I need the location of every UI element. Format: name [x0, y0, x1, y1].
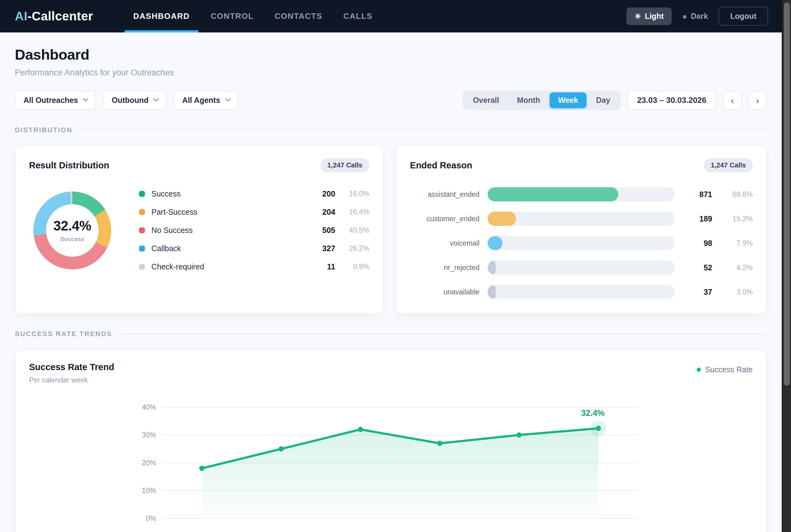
brand-logo[interactable]: AI-Callcenter	[15, 9, 93, 23]
filter-right: OverallMonthWeekDay 23.03 – 30.03.2026 ‹…	[463, 91, 767, 110]
reason-percent: 15.2%	[720, 215, 753, 223]
section-trends-label: SUCCESS RATE TRENDS	[15, 330, 112, 338]
legend-item: Check-required110.9%	[139, 258, 369, 276]
success-rate-trend-card: Success Rate Trend Per calendar week Suc…	[15, 349, 767, 532]
legend-label: No Success	[151, 226, 301, 235]
theme-dark-button[interactable]: ● Dark	[682, 12, 708, 21]
dropdown-label: Outbound	[112, 96, 148, 105]
trend-title: Success Rate Trend	[29, 362, 114, 372]
trend-chart: 0%10%20%30%40%KW03KW04KW05KW07KW09KW1032…	[131, 395, 651, 532]
filter-row: All OutreachesOutboundAll Agents Overall…	[15, 91, 767, 110]
scrollbar-thumb[interactable]	[784, 2, 790, 385]
ended-reason-card: Ended Reason 1,247 Calls assistant_ended…	[396, 145, 767, 314]
ended-reason-bars: assistant_ended87169.8%customer_ended189…	[410, 187, 753, 299]
section-rule	[80, 130, 767, 130]
legend-value: 505	[301, 226, 335, 235]
chevron-down-icon	[83, 96, 88, 101]
donut-chart: 32.4% Success	[33, 192, 111, 269]
dropdown-label: All Agents	[182, 96, 220, 105]
trend-last-value-label: 32.4%	[581, 408, 605, 418]
next-period-button[interactable]: ›	[748, 91, 767, 110]
reason-value: 37	[683, 288, 712, 297]
reason-row: assistant_ended87169.8%	[410, 187, 753, 202]
donut-legend: Success20016.0%Part-Success20416.4%No Su…	[139, 185, 369, 276]
reason-label: customer_ended	[410, 215, 479, 223]
reason-percent: 7.9%	[720, 239, 753, 247]
reason-row: unavailable373.0%	[410, 285, 753, 299]
result-distribution-body: 32.4% Success Success20016.0%Part-Succes…	[29, 185, 369, 276]
reason-value: 189	[683, 214, 712, 223]
prev-period-button[interactable]: ‹	[723, 91, 741, 110]
page-scrollbar[interactable]	[782, 0, 791, 532]
reason-bar-track	[488, 285, 675, 299]
ended-reason-calls-badge: 1,247 Calls	[704, 158, 753, 172]
theme-light-button[interactable]: ☀ Light	[626, 7, 672, 25]
filter-dropdown-3[interactable]: All Agents	[174, 91, 239, 110]
legend-color-dot	[139, 246, 145, 251]
reason-bar-track	[488, 261, 675, 274]
nav-tab-dashboard[interactable]: DASHBOARD	[123, 0, 200, 33]
reason-bar-track	[488, 212, 675, 226]
svg-text:40%: 40%	[142, 403, 156, 411]
page-title: Dashboard	[15, 46, 767, 63]
ended-reason-header: Ended Reason 1,247 Calls	[410, 158, 753, 172]
reason-bar-fill	[488, 187, 618, 202]
legend-color-dot	[139, 264, 145, 270]
donut-center-label: Success	[60, 236, 84, 243]
nav-tab-calls[interactable]: CALLS	[333, 0, 383, 33]
donut-center-value: 32.4%	[54, 218, 91, 233]
range-tab-day[interactable]: Day	[588, 92, 619, 108]
reason-value: 52	[683, 263, 712, 272]
section-distribution: DISTRIBUTION	[15, 126, 767, 134]
legend-label: Callback	[151, 244, 301, 253]
legend-item: No Success50540.5%	[139, 221, 369, 240]
legend-color-dot	[139, 209, 145, 215]
section-trends: SUCCESS RATE TRENDS	[15, 330, 767, 338]
legend-item: Part-Success20416.4%	[139, 203, 369, 221]
legend-percent: 40.5%	[335, 226, 369, 234]
result-distribution-title: Result Distribution	[29, 160, 109, 171]
range-segmented-control: OverallMonthWeekDay	[463, 91, 620, 110]
legend-percent: 16.0%	[335, 190, 369, 198]
nav-tab-control[interactable]: CONTROL	[200, 0, 264, 33]
top-nav: AI-Callcenter DASHBOARDCONTROLCONTACTSCA…	[0, 0, 782, 33]
logout-button[interactable]: Logout	[718, 7, 768, 26]
legend-label: Success	[151, 189, 301, 198]
svg-text:30%: 30%	[142, 431, 156, 439]
legend-percent: 16.4%	[335, 208, 369, 216]
distribution-grid: Result Distribution 1,247 Calls 32.4% Su…	[15, 145, 767, 314]
legend-percent: 0.9%	[335, 263, 369, 271]
sun-icon: ☀	[634, 13, 641, 20]
nav-tab-contacts[interactable]: CONTACTS	[264, 0, 333, 33]
reason-label: assistant_ended	[410, 190, 479, 198]
reason-percent: 69.8%	[720, 190, 753, 198]
section-distribution-label: DISTRIBUTION	[15, 126, 72, 134]
trend-legend-label: Success Rate	[705, 365, 753, 374]
trend-subtitle: Per calendar week	[29, 376, 114, 384]
reason-value: 871	[683, 190, 712, 199]
range-tab-month[interactable]: Month	[509, 92, 548, 108]
moon-dot-icon: ●	[682, 12, 687, 20]
trend-legend: Success Rate	[697, 365, 753, 374]
date-range-display[interactable]: 23.03 – 30.03.2026	[627, 91, 716, 110]
range-tab-week[interactable]: Week	[550, 92, 586, 108]
reason-percent: 3.0%	[720, 288, 753, 296]
filter-dropdown-1[interactable]: All Outreaches	[15, 91, 96, 110]
trend-line-chart: 0%10%20%30%40%KW03KW04KW05KW07KW09KW1032…	[131, 395, 651, 532]
result-distribution-header: Result Distribution 1,247 Calls	[29, 158, 369, 172]
dashboard-page: AI-Callcenter DASHBOARDCONTROLCONTACTSCA…	[0, 0, 782, 532]
legend-color-dot	[139, 227, 145, 233]
reason-bar-fill	[488, 261, 496, 274]
brand-rest: -Callcenter	[27, 9, 93, 23]
range-tab-overall[interactable]: Overall	[465, 92, 507, 108]
filter-dropdown-2[interactable]: Outbound	[103, 91, 167, 110]
legend-value: 327	[301, 244, 335, 253]
reason-row: nr_rejected524.2%	[410, 261, 753, 274]
legend-item: Success20016.0%	[139, 185, 369, 203]
reason-row: voicemail987.9%	[410, 236, 753, 250]
reason-bar-track	[488, 187, 675, 202]
legend-item: Callback32726.2%	[139, 240, 369, 258]
trend-titles: Success Rate Trend Per calendar week	[29, 362, 114, 384]
reason-row: customer_ended18915.2%	[410, 212, 753, 226]
theme-light-label: Light	[645, 12, 664, 21]
